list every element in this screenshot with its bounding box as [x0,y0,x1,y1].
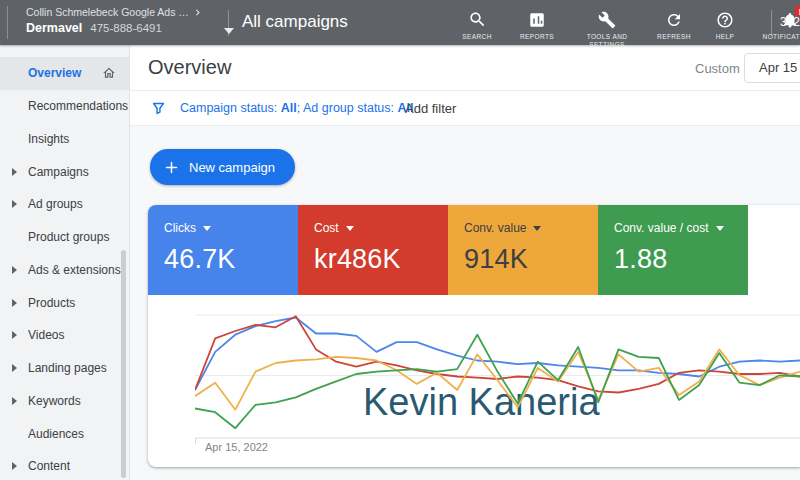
sidebar-item-label: Insights [28,132,69,146]
new-campaign-label: New campaign [189,160,275,175]
filter-status-chip[interactable]: Campaign status: All; Ad group status: A… [180,101,414,115]
chevron-expand-icon[interactable] [12,168,17,176]
sidebar-item-audiences[interactable]: Audiences [0,417,129,450]
chevron-down-icon[interactable] [533,226,541,231]
nav-refresh[interactable]: REFRESH [646,7,702,41]
metric-label-row: Clicks [164,221,298,235]
sidebar-item-keywords[interactable]: Keywords [0,385,129,418]
metric-card-conv-value[interactable]: Conv. value 914K [448,205,598,295]
metric-value: 46.7K [164,244,298,275]
date-range-picker[interactable]: Apr 15 – [744,53,800,83]
filter-segment: Campaign status: [180,101,281,115]
sidebar-scrollbar[interactable] [121,250,126,478]
nav-search-label: SEARCH [462,33,492,41]
metric-label: Conv. value [464,221,526,235]
account-id: 475-888-6491 [90,22,162,34]
metric-card-clicks[interactable]: Clicks 46.7K [148,205,298,295]
account-switcher[interactable]: Collin Schmelebeck Google Ads … Dermavel… [26,6,226,35]
chevron-expand-icon[interactable] [12,331,17,339]
sidebar-item-videos[interactable]: Videos [0,319,129,352]
metric-label-row: Conv. value / cost [614,221,748,235]
wrench-icon [598,9,616,30]
sidebar-item-campaigns[interactable]: Campaigns [0,155,129,188]
chevron-expand-icon[interactable] [12,462,17,470]
account-path: Collin Schmelebeck Google Ads … [26,6,226,18]
plus-icon [164,160,179,175]
account-line: Dermavel 475-888-6491 [26,21,226,35]
nav-search[interactable]: SEARCH [448,7,506,41]
nav-help[interactable]: HELP [702,7,748,41]
nav-help-label: HELP [716,33,735,41]
google-ads-app: Collin Schmelebeck Google Ads … Dermavel… [0,0,800,480]
account-path-text: Collin Schmelebeck Google Ads … [26,6,189,18]
account-name: Dermavel [26,21,82,35]
page-title: Overview [148,56,231,79]
sidebar-item-label: Ad groups [28,197,83,211]
metric-value: kr486K [314,244,448,275]
sidebar-item-content[interactable]: Content [0,450,129,480]
metric-label-row: Cost [314,221,448,235]
top-page-title: All campaigns [242,12,348,32]
home-icon [102,66,116,80]
help-icon [716,9,734,30]
date-range-mode[interactable]: Custom [695,61,740,76]
filter-bar: Campaign status: All; Ad group status: A… [130,91,800,126]
sidebar-item-label: Recommendations [28,99,128,113]
nav-tools-settings-label: TOOLS AND SETTINGS [568,33,646,48]
sidebar-item-ads-extensions[interactable]: Ads & extensions [0,254,129,287]
top-navigation: SEARCH REPORTS TOOLS AND SETTINGS REFRES… [448,7,800,48]
chevron-down-icon[interactable] [716,226,724,231]
add-filter-button[interactable]: Add filter [405,101,456,116]
chevron-right-icon [193,8,202,17]
nav-reports[interactable]: REPORTS [506,7,568,41]
metric-value: 914K [464,244,598,275]
sidebar-item-label: Content [28,459,70,473]
chevron-expand-icon[interactable] [12,266,17,274]
pane-divider [7,6,8,39]
sidebar: Overview Recommendations Insights Campai… [0,45,130,480]
chevron-down-icon[interactable] [224,28,234,34]
sidebar-item-ad-groups[interactable]: Ad groups [0,188,129,221]
sidebar-item-landing-pages[interactable]: Landing pages [0,352,129,385]
sidebar-item-recommendations[interactable]: Recommendations [0,90,129,123]
filter-funnel-icon[interactable] [150,100,167,121]
nav-refresh-label: REFRESH [657,33,691,41]
sidebar-item-products[interactable]: Products [0,286,129,319]
metric-label: Cost [314,221,339,235]
sidebar-item-product-groups[interactable]: Product groups [0,221,129,254]
chevron-down-icon[interactable] [346,226,354,231]
sidebar-item-label: Keywords [28,394,81,408]
chevron-expand-icon[interactable] [12,397,17,405]
sidebar-item-label: Landing pages [28,361,107,375]
overview-card-panel: Clicks 46.7K Cost kr486K Conv. value [148,205,800,467]
chevron-down-icon[interactable] [203,226,211,231]
sidebar-item-label: Ads & extensions [28,263,121,277]
metric-label: Clicks [164,221,196,235]
metric-label: Conv. value / cost [614,221,709,235]
nav-reports-label: REPORTS [520,33,554,41]
filter-segment: All [281,101,297,115]
metric-value: 1.88 [614,244,748,275]
page-header-row: Overview Custom Apr 15 – [130,45,800,91]
chevron-expand-icon[interactable] [12,364,17,372]
sidebar-item-label: Overview [28,66,81,80]
new-campaign-button[interactable]: New campaign [150,149,295,185]
divider [228,10,229,36]
overview-chart [195,310,800,450]
divider [771,10,772,36]
reports-icon [528,9,546,30]
metric-label-row: Conv. value [464,221,598,235]
chevron-expand-icon[interactable] [12,299,17,307]
metric-cards: Clicks 46.7K Cost kr486K Conv. value [148,205,748,295]
sidebar-item-insights[interactable]: Insights [0,123,129,156]
metric-card-conv-value-per-cost[interactable]: Conv. value / cost 1.88 [598,205,748,295]
metric-card-cost[interactable]: Cost kr486K [298,205,448,295]
sidebar-item-label: Audiences [28,427,84,441]
sidebar-item-label: Videos [28,328,64,342]
sidebar-item-overview[interactable]: Overview [0,57,129,90]
nav-tools-settings[interactable]: TOOLS AND SETTINGS [568,7,646,48]
sidebar-item-label: Campaigns [28,165,89,179]
chevron-expand-icon[interactable] [12,200,17,208]
sidebar-item-label: Products [28,296,75,310]
refresh-icon [665,9,683,30]
